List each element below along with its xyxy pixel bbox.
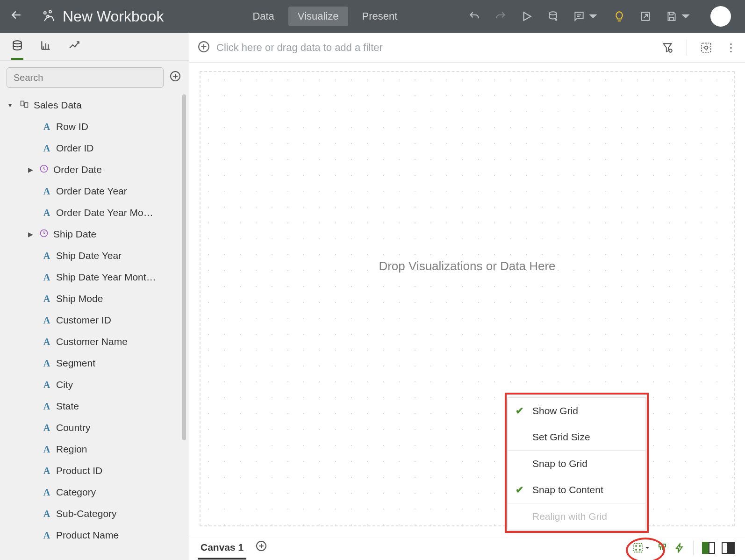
caret-right-icon: ▶ — [28, 166, 35, 173]
svg-point-14 — [705, 46, 708, 49]
attribute-icon: A — [42, 208, 51, 218]
auto-insights-button[interactable] — [674, 543, 685, 553]
tree-scrollbar[interactable] — [182, 94, 186, 440]
caret-right-icon: ▶ — [28, 230, 35, 238]
field-customer-name[interactable]: ACustomer Name — [7, 331, 187, 352]
svg-point-5 — [13, 41, 21, 44]
field-order-id[interactable]: AOrder ID — [7, 137, 187, 159]
add-filter-button[interactable] — [198, 41, 210, 55]
field-state[interactable]: AState — [7, 395, 187, 417]
svg-point-19 — [636, 549, 637, 550]
menu-show-grid[interactable]: ✔Show Grid — [508, 398, 645, 424]
comments-button[interactable] — [573, 10, 599, 22]
field-product-id[interactable]: AProduct ID — [7, 460, 187, 481]
filter-bar-hint[interactable]: Click here or drag data to add a filter — [216, 42, 655, 54]
clock-icon — [39, 229, 49, 240]
sidebar-tab-analytics[interactable] — [68, 39, 80, 60]
attribute-icon: A — [42, 315, 51, 326]
sidebar-tab-viz[interactable] — [40, 39, 52, 60]
toggle-left-panel[interactable] — [702, 542, 715, 554]
add-canvas-button[interactable] — [256, 540, 267, 555]
attribute-icon: A — [42, 509, 51, 519]
back-button[interactable] — [9, 8, 28, 25]
svg-point-18 — [639, 546, 640, 546]
field-row-id[interactable]: ARow ID — [7, 116, 187, 137]
data-tree: ▾ Sales Data ARow ID AOrder ID ▶ Order D… — [0, 92, 189, 560]
svg-point-0 — [44, 12, 46, 14]
filter-settings-button[interactable] — [661, 42, 673, 54]
field-ship-mode[interactable]: AShip Mode — [7, 288, 187, 309]
attribute-icon: A — [42, 530, 51, 541]
field-city[interactable]: ACity — [7, 374, 187, 395]
menu-set-grid-size[interactable]: Set Grid Size — [508, 424, 645, 450]
undo-button[interactable] — [468, 10, 480, 22]
field-ship-date-ym[interactable]: AShip Date Year Mont… — [7, 266, 187, 288]
attribute-icon: A — [42, 251, 51, 261]
grid-options-menu: ✔Show Grid Set Grid Size Snap to Grid ✔S… — [508, 397, 646, 530]
attribute-icon: A — [42, 272, 51, 283]
refresh-data-button[interactable] — [547, 10, 559, 22]
field-order-date[interactable]: ▶ Order Date — [7, 159, 187, 180]
attribute-icon: A — [42, 423, 51, 433]
field-segment[interactable]: ASegment — [7, 352, 187, 374]
workbook-icon — [42, 9, 56, 23]
attribute-icon: A — [42, 358, 51, 369]
caret-down-icon: ▾ — [8, 101, 15, 109]
grid-guides-button[interactable] — [632, 542, 650, 553]
field-order-date-ym[interactable]: AOrder Date Year Mo… — [7, 202, 187, 223]
attribute-icon: A — [42, 466, 51, 476]
menu-snap-to-grid[interactable]: Snap to Grid — [508, 451, 645, 477]
toggle-right-panel[interactable] — [722, 542, 735, 554]
field-ship-date[interactable]: ▶ Ship Date — [7, 223, 187, 245]
attribute-icon: A — [42, 401, 51, 412]
check-icon: ✔ — [516, 405, 526, 416]
redo-button[interactable] — [494, 10, 507, 22]
clock-icon — [39, 164, 49, 176]
svg-point-20 — [639, 549, 640, 550]
properties-button[interactable] — [700, 42, 712, 54]
svg-rect-16 — [634, 544, 642, 552]
search-input[interactable] — [7, 67, 164, 88]
svg-rect-8 — [25, 102, 28, 107]
field-country[interactable]: ACountry — [7, 417, 187, 438]
field-customer-id[interactable]: ACustomer ID — [7, 309, 187, 331]
canvas-hint: Drop Visualizations or Data Here — [379, 259, 555, 273]
dataset-node[interactable]: ▾ Sales Data — [7, 94, 187, 116]
svg-point-1 — [49, 11, 51, 13]
save-button[interactable] — [666, 10, 692, 22]
add-dataset-button[interactable] — [168, 70, 182, 85]
field-order-date-year[interactable]: AOrder Date Year — [7, 180, 187, 202]
attribute-icon: A — [42, 487, 51, 498]
field-region[interactable]: ARegion — [7, 438, 187, 460]
mode-tab-data[interactable]: Data — [243, 7, 283, 26]
user-avatar[interactable] — [710, 6, 731, 27]
separator — [693, 541, 694, 555]
mode-tab-present[interactable]: Present — [353, 7, 407, 26]
svg-point-3 — [549, 12, 556, 15]
attribute-icon: A — [42, 444, 51, 455]
attribute-icon: A — [42, 337, 51, 347]
attribute-icon: A — [42, 186, 51, 197]
attribute-icon: A — [42, 143, 51, 154]
svg-rect-13 — [702, 43, 711, 52]
dataset-name: Sales Data — [34, 100, 82, 111]
menu-snap-to-content[interactable]: ✔Snap to Content — [508, 477, 645, 503]
mode-tab-visualize[interactable]: Visualize — [288, 7, 348, 26]
canvas-dropzone[interactable]: Drop Visualizations or Data Here — [200, 71, 735, 526]
field-sub-category[interactable]: ASub-Category — [7, 503, 187, 524]
preview-button[interactable] — [521, 10, 533, 22]
field-category[interactable]: ACategory — [7, 481, 187, 503]
separator — [687, 40, 687, 56]
sidebar-tab-data[interactable] — [11, 39, 23, 60]
canvas-tab-1[interactable]: Canvas 1 — [198, 536, 246, 560]
field-ship-date-year[interactable]: AShip Date Year — [7, 245, 187, 266]
brush-button[interactable] — [657, 542, 668, 553]
export-button[interactable] — [639, 10, 652, 22]
svg-rect-7 — [21, 101, 24, 106]
workbook-title[interactable]: New Workbook — [63, 8, 164, 25]
more-menu-button[interactable]: ⋮ — [725, 41, 737, 54]
field-product-name[interactable]: AProduct Name — [7, 524, 187, 546]
insights-button[interactable] — [613, 10, 625, 22]
svg-point-12 — [669, 49, 672, 52]
attribute-icon: A — [42, 122, 51, 132]
